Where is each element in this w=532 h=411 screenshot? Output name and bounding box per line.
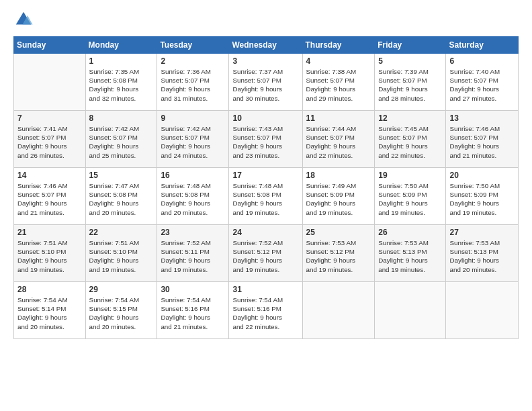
- day-number: 24: [232, 228, 298, 237]
- day-info: Sunrise: 7:50 AM Sunset: 5:09 PM Dayligh…: [378, 181, 442, 217]
- day-info: Sunrise: 7:37 AM Sunset: 5:07 PM Dayligh…: [232, 67, 298, 103]
- calendar-cell: 22Sunrise: 7:51 AM Sunset: 5:10 PM Dayli…: [85, 225, 157, 282]
- calendar-page: SundayMondayTuesdayWednesdayThursdayFrid…: [0, 0, 532, 411]
- weekday-header-friday: Friday: [375, 37, 446, 54]
- day-number: 22: [89, 228, 154, 237]
- calendar-week-row: 1Sunrise: 7:35 AM Sunset: 5:08 PM Daylig…: [14, 54, 519, 111]
- weekday-header-monday: Monday: [85, 37, 157, 54]
- day-info: Sunrise: 7:54 AM Sunset: 5:14 PM Dayligh…: [17, 295, 82, 331]
- day-number: 6: [449, 56, 515, 66]
- day-info: Sunrise: 7:51 AM Sunset: 5:10 PM Dayligh…: [17, 238, 82, 274]
- calendar-body: 1Sunrise: 7:35 AM Sunset: 5:08 PM Daylig…: [14, 54, 519, 339]
- day-number: 4: [306, 56, 371, 66]
- calendar-cell: 15Sunrise: 7:47 AM Sunset: 5:08 PM Dayli…: [85, 168, 157, 225]
- day-number: 30: [161, 285, 225, 294]
- day-number: 14: [17, 171, 82, 180]
- calendar-cell: 18Sunrise: 7:49 AM Sunset: 5:09 PM Dayli…: [302, 168, 375, 225]
- calendar-cell: 12Sunrise: 7:45 AM Sunset: 5:07 PM Dayli…: [375, 111, 446, 168]
- day-number: 25: [306, 228, 371, 237]
- day-number: 10: [232, 113, 298, 123]
- day-info: Sunrise: 7:54 AM Sunset: 5:16 PM Dayligh…: [232, 295, 298, 331]
- calendar-week-row: 7Sunrise: 7:41 AM Sunset: 5:07 PM Daylig…: [14, 111, 519, 168]
- day-number: 13: [449, 113, 515, 123]
- day-info: Sunrise: 7:39 AM Sunset: 5:07 PM Dayligh…: [378, 67, 442, 103]
- calendar-cell: 7Sunrise: 7:41 AM Sunset: 5:07 PM Daylig…: [14, 111, 86, 168]
- calendar-cell: 31Sunrise: 7:54 AM Sunset: 5:16 PM Dayli…: [229, 282, 302, 339]
- day-number: 18: [306, 171, 371, 180]
- calendar-cell: 30Sunrise: 7:54 AM Sunset: 5:16 PM Dayli…: [157, 282, 229, 339]
- day-info: Sunrise: 7:49 AM Sunset: 5:09 PM Dayligh…: [306, 181, 371, 217]
- calendar-cell: 8Sunrise: 7:42 AM Sunset: 5:07 PM Daylig…: [85, 111, 157, 168]
- weekday-header-wednesday: Wednesday: [229, 37, 302, 54]
- weekday-header-saturday: Saturday: [446, 37, 519, 54]
- calendar-cell: 10Sunrise: 7:43 AM Sunset: 5:07 PM Dayli…: [229, 111, 302, 168]
- day-number: 3: [232, 56, 298, 66]
- logo-icon: [13, 9, 34, 30]
- day-number: 31: [232, 285, 298, 294]
- day-info: Sunrise: 7:35 AM Sunset: 5:08 PM Dayligh…: [89, 67, 154, 103]
- day-number: 20: [449, 171, 515, 180]
- day-number: 8: [89, 113, 154, 123]
- calendar-cell: 21Sunrise: 7:51 AM Sunset: 5:10 PM Dayli…: [14, 225, 86, 282]
- calendar-cell: 24Sunrise: 7:52 AM Sunset: 5:12 PM Dayli…: [229, 225, 302, 282]
- day-number: 15: [89, 171, 154, 180]
- calendar-cell: 1Sunrise: 7:35 AM Sunset: 5:08 PM Daylig…: [85, 54, 157, 111]
- day-number: 11: [306, 113, 371, 123]
- calendar-cell: 11Sunrise: 7:44 AM Sunset: 5:07 PM Dayli…: [302, 111, 375, 168]
- calendar-cell: [302, 282, 375, 339]
- weekday-header-sunday: Sunday: [14, 37, 86, 54]
- day-number: 23: [161, 228, 225, 237]
- day-info: Sunrise: 7:48 AM Sunset: 5:08 PM Dayligh…: [232, 181, 298, 217]
- day-number: 9: [161, 113, 225, 123]
- day-info: Sunrise: 7:47 AM Sunset: 5:08 PM Dayligh…: [89, 181, 154, 217]
- page-header: [13, 12, 519, 30]
- day-number: 7: [17, 113, 82, 123]
- day-number: 17: [232, 171, 298, 180]
- day-info: Sunrise: 7:53 AM Sunset: 5:13 PM Dayligh…: [378, 238, 442, 274]
- calendar-week-row: 21Sunrise: 7:51 AM Sunset: 5:10 PM Dayli…: [14, 225, 519, 282]
- day-info: Sunrise: 7:46 AM Sunset: 5:07 PM Dayligh…: [17, 181, 82, 217]
- day-number: 5: [378, 56, 442, 66]
- day-number: 12: [378, 113, 442, 123]
- day-info: Sunrise: 7:40 AM Sunset: 5:07 PM Dayligh…: [449, 67, 515, 103]
- calendar-cell: [446, 282, 519, 339]
- day-info: Sunrise: 7:52 AM Sunset: 5:11 PM Dayligh…: [161, 238, 225, 274]
- calendar-cell: 23Sunrise: 7:52 AM Sunset: 5:11 PM Dayli…: [157, 225, 229, 282]
- day-info: Sunrise: 7:42 AM Sunset: 5:07 PM Dayligh…: [161, 124, 225, 160]
- calendar-cell: 3Sunrise: 7:37 AM Sunset: 5:07 PM Daylig…: [229, 54, 302, 111]
- calendar-cell: 5Sunrise: 7:39 AM Sunset: 5:07 PM Daylig…: [375, 54, 446, 111]
- day-number: 28: [17, 285, 82, 294]
- day-number: 21: [17, 228, 82, 237]
- calendar-cell: 25Sunrise: 7:53 AM Sunset: 5:12 PM Dayli…: [302, 225, 375, 282]
- calendar-cell: 19Sunrise: 7:50 AM Sunset: 5:09 PM Dayli…: [375, 168, 446, 225]
- day-number: 19: [378, 171, 442, 180]
- calendar-cell: 16Sunrise: 7:48 AM Sunset: 5:08 PM Dayli…: [157, 168, 229, 225]
- weekday-header-tuesday: Tuesday: [157, 37, 229, 54]
- day-number: 16: [161, 171, 225, 180]
- calendar-cell: 4Sunrise: 7:38 AM Sunset: 5:07 PM Daylig…: [302, 54, 375, 111]
- day-info: Sunrise: 7:36 AM Sunset: 5:07 PM Dayligh…: [161, 67, 225, 103]
- calendar-table: SundayMondayTuesdayWednesdayThursdayFrid…: [13, 36, 519, 339]
- day-info: Sunrise: 7:43 AM Sunset: 5:07 PM Dayligh…: [232, 124, 298, 160]
- day-info: Sunrise: 7:42 AM Sunset: 5:07 PM Dayligh…: [89, 124, 154, 160]
- weekday-header-row: SundayMondayTuesdayWednesdayThursdayFrid…: [14, 37, 519, 54]
- day-info: Sunrise: 7:53 AM Sunset: 5:13 PM Dayligh…: [449, 238, 515, 274]
- calendar-cell: [14, 54, 86, 111]
- calendar-cell: 9Sunrise: 7:42 AM Sunset: 5:07 PM Daylig…: [157, 111, 229, 168]
- day-number: 1: [89, 56, 154, 66]
- day-info: Sunrise: 7:38 AM Sunset: 5:07 PM Dayligh…: [306, 67, 371, 103]
- day-info: Sunrise: 7:52 AM Sunset: 5:12 PM Dayligh…: [232, 238, 298, 274]
- calendar-cell: 27Sunrise: 7:53 AM Sunset: 5:13 PM Dayli…: [446, 225, 519, 282]
- day-info: Sunrise: 7:48 AM Sunset: 5:08 PM Dayligh…: [161, 181, 225, 217]
- weekday-header-thursday: Thursday: [302, 37, 375, 54]
- calendar-cell: [375, 282, 446, 339]
- day-number: 27: [449, 228, 515, 237]
- calendar-week-row: 14Sunrise: 7:46 AM Sunset: 5:07 PM Dayli…: [14, 168, 519, 225]
- day-info: Sunrise: 7:51 AM Sunset: 5:10 PM Dayligh…: [89, 238, 154, 274]
- day-info: Sunrise: 7:50 AM Sunset: 5:09 PM Dayligh…: [449, 181, 515, 217]
- calendar-cell: 14Sunrise: 7:46 AM Sunset: 5:07 PM Dayli…: [14, 168, 86, 225]
- day-info: Sunrise: 7:41 AM Sunset: 5:07 PM Dayligh…: [17, 124, 82, 160]
- calendar-cell: 29Sunrise: 7:54 AM Sunset: 5:15 PM Dayli…: [85, 282, 157, 339]
- day-info: Sunrise: 7:53 AM Sunset: 5:12 PM Dayligh…: [306, 238, 371, 274]
- day-info: Sunrise: 7:46 AM Sunset: 5:07 PM Dayligh…: [449, 124, 515, 160]
